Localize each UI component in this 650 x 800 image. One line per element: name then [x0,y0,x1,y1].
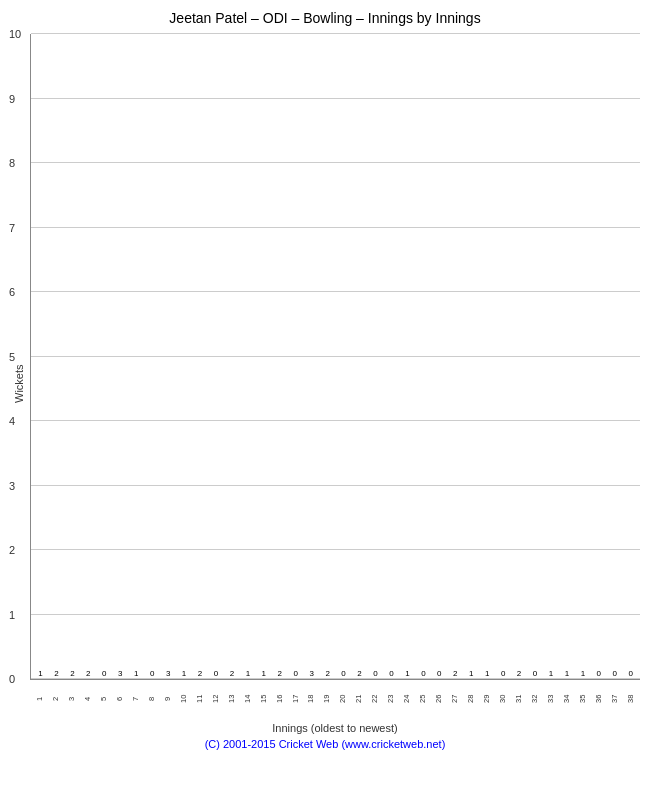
bar-value-label: 2 [278,670,282,678]
bar-group: 2 [49,670,64,679]
x-axis-label: 26 [431,680,446,718]
bar-group: 1 [464,670,479,679]
bar-group: 2 [272,670,287,679]
bar-value-label: 1 [38,670,42,678]
bar-group: 1 [480,670,495,679]
bar-value-label: 0 [150,670,154,678]
x-axis-label: 35 [575,680,590,718]
x-axis-label: 38 [623,680,638,718]
bar-group: 0 [607,670,622,679]
bar-value-label: 1 [581,670,585,678]
x-axis-label: 24 [399,680,414,718]
bar-group: 0 [208,670,223,679]
bar-value-label: 1 [262,670,266,678]
x-axis-label: 34 [559,680,574,718]
bar-value-label: 0 [437,670,441,678]
bar-value-label: 2 [54,670,58,678]
bar-group: 2 [224,670,239,679]
chart-container: Jeetan Patel – ODI – Bowling – Innings b… [0,0,650,800]
x-axis-label: 12 [208,680,223,718]
x-labels-row: 1234567891011121314151617181920212223242… [30,680,640,718]
bar-group: 1 [544,670,559,679]
bar-value-label: 3 [118,670,122,678]
grid-label: 3 [9,480,15,492]
x-axis-label: 6 [112,680,127,718]
bar-group: 0 [591,670,606,679]
x-axis-label: 37 [607,680,622,718]
x-axis-label: 21 [351,680,366,718]
grid-label: 2 [9,544,15,556]
x-axis-label: 13 [224,680,239,718]
x-axis-label: 27 [447,680,462,718]
bar-group: 1 [240,670,255,679]
bar-value-label: 0 [373,670,377,678]
bar-value-label: 0 [533,670,537,678]
bar-group: 0 [432,670,447,679]
x-axis-label: 2 [48,680,63,718]
bar-group: 0 [496,670,511,679]
x-axis-label: 9 [160,680,175,718]
grid-label: 10 [9,28,21,40]
grid-label: 9 [9,93,15,105]
bar-value-label: 2 [453,670,457,678]
bar-group: 2 [320,670,335,679]
x-axis-label: 10 [176,680,191,718]
x-axis-label: 18 [303,680,318,718]
x-axis-label: 23 [383,680,398,718]
bar-group: 0 [97,670,112,679]
bar-group: 0 [528,670,543,679]
x-axis-label: 7 [128,680,143,718]
x-axis-label: 17 [288,680,303,718]
x-axis-label: 15 [256,680,271,718]
grid-label: 0 [9,673,15,685]
chart-inner: 0123456789101222031031202112032020010021… [30,34,640,734]
bar-value-label: 0 [102,670,106,678]
x-axis-label: 33 [543,680,558,718]
x-axis-label: 30 [495,680,510,718]
x-axis-label: 4 [80,680,95,718]
grid-label: 8 [9,157,15,169]
bar-value-label: 2 [357,670,361,678]
bar-value-label: 0 [421,670,425,678]
bar-group: 2 [512,670,527,679]
bar-value-label: 2 [198,670,202,678]
bar-group: 1 [177,670,192,679]
bar-value-label: 1 [405,670,409,678]
bar-group: 1 [559,670,574,679]
grid-and-bars: 0123456789101222031031202112032020010021… [30,34,640,680]
bar-group: 1 [575,670,590,679]
x-axis-label: 8 [144,680,159,718]
bar-value-label: 1 [565,670,569,678]
x-axis-title: Innings (oldest to newest) [30,722,640,734]
bar-value-label: 1 [469,670,473,678]
bar-value-label: 0 [389,670,393,678]
bar-value-label: 2 [70,670,74,678]
grid-label: 1 [9,609,15,621]
bar-group: 1 [129,670,144,679]
bar-group: 2 [352,670,367,679]
bar-group: 3 [304,670,319,679]
bar-value-label: 1 [182,670,186,678]
bar-group: 0 [384,670,399,679]
x-axis-label: 1 [32,680,47,718]
x-axis-label: 25 [415,680,430,718]
bar-group: 2 [65,670,80,679]
bar-value-label: 0 [294,670,298,678]
grid-label: 6 [9,286,15,298]
grid-label: 7 [9,222,15,234]
bar-group: 3 [161,670,176,679]
footer: (C) 2001-2015 Cricket Web (www.cricketwe… [205,738,446,750]
x-axis-label: 29 [479,680,494,718]
x-axis-label: 5 [96,680,111,718]
bar-value-label: 2 [325,670,329,678]
x-axis-label: 32 [527,680,542,718]
bar-value-label: 0 [341,670,345,678]
x-axis-label: 31 [511,680,526,718]
bar-group: 2 [448,670,463,679]
bar-group: 2 [193,670,208,679]
bar-group: 0 [416,670,431,679]
x-axis-label: 14 [240,680,255,718]
bar-group: 2 [81,670,96,679]
bars-container: 12220310312021120320200100211020111000 [31,34,640,679]
bar-value-label: 0 [597,670,601,678]
